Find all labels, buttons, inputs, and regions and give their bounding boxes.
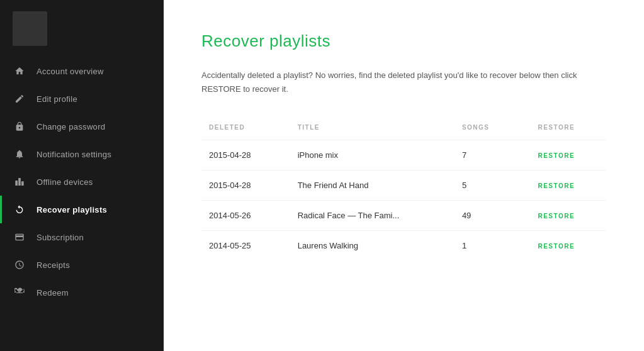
cell-title: The Friend At Hand [290,170,455,201]
table-row: 2015-04-28The Friend At Hand5RESTORE [201,170,606,201]
restore-button-2[interactable]: RESTORE [538,213,575,220]
sidebar-item-label: Account overview [37,67,104,76]
sidebar-item-label: Edit profile [37,94,77,104]
home-icon [13,66,26,76]
cell-title: Radical Face — The Fami... [290,201,455,231]
edit-icon [13,94,26,104]
sidebar-item-receipts[interactable]: Receipts [0,251,164,279]
cell-deleted: 2015-04-28 [201,170,290,201]
sidebar-item-subscription[interactable]: Subscription [0,223,164,251]
sidebar-item-label: Redeem [37,288,69,298]
sidebar-item-account-overview[interactable]: Account overview [0,57,164,85]
sidebar-item-redeem[interactable]: Redeem [0,279,164,306]
cell-songs: 49 [455,201,531,231]
cell-title: iPhone mix [290,140,455,170]
table-row: 2015-04-28iPhone mix7RESTORE [201,140,606,170]
sidebar-item-recover-playlists[interactable]: Recover playlists [0,196,164,223]
redeem-icon [13,287,26,298]
sidebar: Account overviewEdit profileChange passw… [0,0,164,351]
page-title: Recover playlists [201,31,606,51]
cell-restore: RESTORE [530,231,606,261]
cell-deleted: 2015-04-28 [201,140,290,170]
cell-deleted: 2014-05-25 [201,231,290,261]
sidebar-item-change-password[interactable]: Change password [0,113,164,140]
sidebar-item-label: Receipts [37,260,70,270]
clock-icon [13,260,26,270]
lock-icon [13,121,26,131]
restore-button-0[interactable]: RESTORE [538,152,575,159]
logo [13,11,47,46]
bell-icon [13,149,26,159]
cell-title: Laurens Walking [290,231,455,261]
sidebar-item-notification-settings[interactable]: Notification settings [0,140,164,168]
devices-icon [13,177,26,187]
logo-area [0,0,164,57]
table-header: DELETED TITLE SONGS RESTORE [201,119,606,140]
cell-songs: 1 [455,231,531,261]
card-icon [13,232,26,242]
col-header-title: TITLE [290,119,455,140]
playlists-table: DELETED TITLE SONGS RESTORE 2015-04-28iP… [201,119,606,260]
cell-songs: 5 [455,170,531,201]
cell-restore: RESTORE [530,201,606,231]
sidebar-item-label: Offline devices [37,177,93,187]
col-header-restore: RESTORE [530,119,606,140]
recover-icon [13,204,26,214]
sidebar-item-label: Change password [37,122,105,131]
sidebar-item-label: Subscription [37,233,84,242]
cell-restore: RESTORE [530,140,606,170]
sidebar-item-edit-profile[interactable]: Edit profile [0,85,164,113]
table-body: 2015-04-28iPhone mix7RESTORE2015-04-28Th… [201,140,606,261]
cell-songs: 7 [455,140,531,170]
main-content: Recover playlists Accidentally deleted a… [164,0,644,351]
col-header-deleted: DELETED [201,119,290,140]
sidebar-item-label: Recover playlists [37,205,107,214]
table-row: 2014-05-26Radical Face — The Fami...49RE… [201,201,606,231]
description: Accidentally deleted a playlist? No worr… [201,69,604,96]
sidebar-item-label: Notification settings [37,150,111,159]
cell-restore: RESTORE [530,170,606,201]
table-row: 2014-05-25Laurens Walking1RESTORE [201,231,606,261]
col-header-songs: SONGS [455,119,531,140]
restore-button-1[interactable]: RESTORE [538,182,575,189]
restore-button-3[interactable]: RESTORE [538,243,575,250]
sidebar-item-offline-devices[interactable]: Offline devices [0,168,164,196]
sidebar-nav: Account overviewEdit profileChange passw… [0,57,164,306]
cell-deleted: 2014-05-26 [201,201,290,231]
